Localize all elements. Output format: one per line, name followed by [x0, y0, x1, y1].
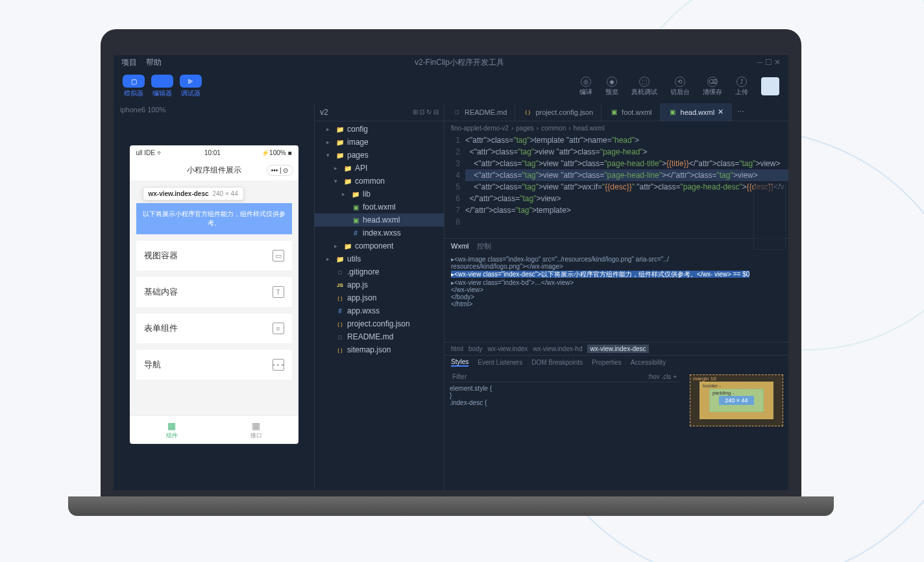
- tabs-more[interactable]: ⋯: [732, 103, 749, 121]
- style-rules[interactable]: Filter:hov .cls +element.style {}.index-…: [444, 369, 685, 453]
- preview-button[interactable]: ◉预览: [605, 77, 618, 97]
- devtools-panel: Wxml控制 ▸<wx-image class="index-logo" src…: [444, 238, 788, 452]
- tree-node[interactable]: ▣foot.wxml: [315, 201, 444, 214]
- tree-node[interactable]: ▸📁lib: [315, 188, 444, 201]
- tree-node[interactable]: #index.wxss: [315, 226, 444, 239]
- tree-node[interactable]: ◻.gitignore: [315, 265, 444, 278]
- tree-node[interactable]: ▸📁component: [315, 239, 444, 252]
- editor-tabs: ◻README.md{ }project.config.json▣foot.wx…: [444, 103, 788, 121]
- remote-debug-button[interactable]: ⬚真机调试: [631, 77, 657, 97]
- phone-frame: ull IDE ᯤ 10:01 ⚡100% ■ 小程序组件展示 ••• | ⊙ …: [130, 145, 298, 444]
- tree-node[interactable]: ▣head.wxml: [315, 214, 444, 226]
- editor-tab[interactable]: ◻README.md: [444, 103, 515, 121]
- list-item[interactable]: 基础内容T: [136, 277, 292, 307]
- phone-page-title: 小程序组件展示: [187, 165, 241, 176]
- toolbar: ▢模拟器编辑器⫸调试器 ◎编译◉预览⬚真机调试⟲切后台⌫清缓存⤴上传: [114, 69, 788, 103]
- phone-status-bar: ull IDE ᯤ 10:01 ⚡100% ■: [130, 145, 298, 160]
- phone-capsule[interactable]: ••• | ⊙: [267, 165, 293, 176]
- phone-tabbar: ▦组件▦接口: [130, 415, 298, 444]
- dom-tree[interactable]: ▸<wx-image class="index-logo" src="../re…: [444, 253, 788, 342]
- inspect-highlight: 以下将展示小程序官方组件能力，组件样式仅供参考。: [136, 203, 292, 234]
- tree-node[interactable]: ◻README.md: [315, 330, 444, 343]
- devtools-subtabs[interactable]: StylesEvent ListenersDOM BreakpointsProp…: [444, 355, 788, 369]
- code-editor[interactable]: 12345678 <"attr">class="tag">template "a…: [444, 134, 788, 238]
- editor-panel: ◻README.md{ }project.config.json▣foot.wx…: [444, 103, 788, 490]
- status-battery: ⚡100% ■: [261, 149, 291, 156]
- user-avatar[interactable]: [761, 77, 779, 95]
- tree-node[interactable]: ▾📁common: [315, 175, 444, 188]
- tree-node[interactable]: ▸📁API: [315, 162, 444, 175]
- debugger-toggle[interactable]: ⫸调试器: [180, 75, 202, 98]
- laptop-base: [68, 496, 834, 516]
- tree-node[interactable]: JSapp.js: [315, 278, 444, 291]
- tree-node[interactable]: ▸📁config: [315, 123, 444, 136]
- simulator-panel: iphone6 100% ull IDE ᯤ 10:01 ⚡100% ■ 小程序…: [114, 103, 315, 490]
- window-title: v2-FinClip小程序开发工具: [171, 57, 748, 68]
- status-signal: ull IDE ᯤ: [136, 149, 164, 156]
- menu-help[interactable]: 帮助: [146, 57, 162, 68]
- style-filter[interactable]: Filter: [452, 373, 467, 380]
- tree-node[interactable]: #app.wxss: [315, 304, 444, 317]
- editor-tab[interactable]: ▣foot.wxml: [602, 103, 660, 121]
- tree-node[interactable]: ▸📁image: [315, 136, 444, 149]
- file-explorer: v2 ⊞ ⊡ ↻ ⊟ ▸📁config▸📁image▾📁pages▸📁API▾📁…: [315, 103, 444, 490]
- phone-tab[interactable]: ▦接口: [214, 416, 298, 444]
- minimap[interactable]: [753, 185, 786, 250]
- simulator-toggle[interactable]: ▢模拟器: [123, 75, 145, 98]
- clear-cache-button[interactable]: ⌫清缓存: [703, 77, 722, 97]
- compile-button[interactable]: ◎编译: [579, 77, 592, 97]
- menu-project[interactable]: 项目: [121, 57, 137, 68]
- editor-toggle[interactable]: 编辑器: [151, 75, 173, 98]
- window-controls[interactable]: ─ ☐ ✕: [757, 58, 781, 67]
- phone-tab[interactable]: ▦组件: [130, 416, 214, 444]
- background-button[interactable]: ⟲切后台: [670, 77, 690, 97]
- breadcrumb[interactable]: fino-applet-demo-v2 › pages › common › h…: [444, 121, 788, 134]
- phone-navbar: 小程序组件展示 ••• | ⊙: [130, 160, 298, 180]
- inspect-tooltip: wx-view.index-desc 240 × 44: [143, 187, 244, 201]
- close-icon[interactable]: ✕: [718, 108, 723, 116]
- status-time: 10:01: [204, 149, 221, 156]
- devtools-top-tabs[interactable]: Wxml控制: [444, 239, 788, 253]
- tree-node[interactable]: ▸📁utils: [315, 252, 444, 265]
- list-item[interactable]: 表单组件≡: [136, 313, 292, 343]
- tree-node[interactable]: { }sitemap.json: [315, 343, 444, 356]
- upload-button[interactable]: ⤴上传: [735, 77, 748, 97]
- tree-node[interactable]: { }project.config.json: [315, 317, 444, 330]
- ide-window: 项目 帮助 v2-FinClip小程序开发工具 ─ ☐ ✕ ▢模拟器编辑器⫸调试…: [114, 55, 788, 490]
- laptop-frame: 项目 帮助 v2-FinClip小程序开发工具 ─ ☐ ✕ ▢模拟器编辑器⫸调试…: [101, 29, 801, 522]
- editor-tab[interactable]: ▣head.wxml✕: [661, 103, 733, 121]
- editor-tab[interactable]: { }project.config.json: [515, 103, 602, 121]
- explorer-actions[interactable]: ⊞ ⊡ ↻ ⊟: [413, 108, 439, 116]
- tree-node[interactable]: { }app.json: [315, 291, 444, 304]
- project-root[interactable]: v2: [320, 108, 328, 117]
- dom-breadcrumb[interactable]: htmlbodywx-view.indexwx-view.index-hdwx-…: [444, 342, 788, 355]
- simulator-device-label[interactable]: iphone6 100%: [114, 103, 314, 116]
- tree-node[interactable]: ▾📁pages: [315, 149, 444, 162]
- menubar: 项目 帮助 v2-FinClip小程序开发工具 ─ ☐ ✕: [114, 55, 788, 69]
- list-item[interactable]: 视图容器▭: [136, 241, 292, 271]
- box-model: margin 10 border - padding - 240 × 44: [685, 369, 788, 453]
- list-item[interactable]: 导航∘∘∘: [136, 350, 292, 380]
